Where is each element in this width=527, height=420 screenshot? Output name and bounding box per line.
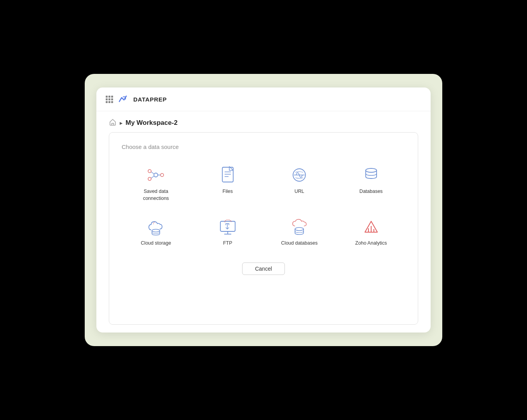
- svg-point-4: [148, 177, 151, 180]
- svg-point-15: [366, 168, 377, 172]
- svg-point-5: [161, 173, 164, 177]
- source-item-cloud-storage[interactable]: Cloud storage: [122, 213, 190, 252]
- source-item-databases[interactable]: Databases: [337, 161, 406, 206]
- saved-data-connections-label: Saved dataconnections: [143, 188, 169, 202]
- cloud-databases-label: Cloud databases: [281, 240, 318, 247]
- source-item-zoho-analytics[interactable]: Zoho Analytics: [337, 213, 406, 252]
- svg-point-2: [154, 173, 158, 177]
- sources-grid: Saved dataconnections: [122, 161, 405, 252]
- url-icon: [289, 166, 309, 184]
- source-item-saved-data-connections[interactable]: Saved dataconnections: [122, 161, 190, 206]
- svg-rect-9: [222, 167, 233, 182]
- url-label: URL: [295, 188, 304, 195]
- panel-title: Choose a data source: [122, 144, 405, 150]
- svg-line-6: [151, 172, 154, 174]
- source-item-ftp[interactable]: FTP: [194, 213, 262, 252]
- inner-card: DATAPREP ▸ My Workspace-2 Choose a data …: [96, 88, 431, 332]
- breadcrumb-workspace: My Workspace-2: [126, 119, 178, 127]
- cloud-storage-label: Cloud storage: [141, 240, 171, 247]
- content-area: Choose a data source: [96, 132, 431, 332]
- files-label: Files: [223, 188, 233, 195]
- breadcrumb: ▸ My Workspace-2: [96, 111, 431, 132]
- svg-point-21: [295, 228, 304, 231]
- source-item-files[interactable]: Files: [194, 161, 262, 206]
- files-icon: [218, 166, 238, 184]
- source-item-url[interactable]: URL: [265, 161, 334, 206]
- svg-point-3: [148, 170, 151, 173]
- datasource-panel: Choose a data source: [109, 132, 418, 325]
- svg-point-16: [152, 229, 160, 232]
- breadcrumb-chevron: ▸: [120, 120, 122, 126]
- source-item-cloud-databases[interactable]: Cloud databases: [265, 213, 334, 252]
- saved-data-connections-icon: [146, 166, 166, 184]
- outer-card: DATAPREP ▸ My Workspace-2 Choose a data …: [85, 74, 442, 346]
- top-bar: DATAPREP: [96, 88, 431, 111]
- app-title: DATAPREP: [133, 96, 167, 103]
- ftp-label: FTP: [223, 240, 232, 247]
- databases-icon: [361, 166, 381, 184]
- zoho-analytics-label: Zoho Analytics: [355, 240, 387, 247]
- databases-label: Databases: [359, 188, 383, 195]
- cloud-storage-icon: [146, 217, 166, 236]
- cloud-databases-icon: [289, 217, 309, 236]
- home-icon[interactable]: [109, 118, 117, 128]
- logo-icon: [118, 94, 129, 105]
- zoho-analytics-icon: [361, 217, 381, 236]
- cancel-row: Cancel: [122, 259, 405, 275]
- cancel-button[interactable]: Cancel: [242, 262, 285, 275]
- svg-rect-17: [220, 221, 235, 231]
- grid-icon[interactable]: [106, 96, 113, 103]
- svg-line-7: [151, 176, 154, 178]
- ftp-icon: [218, 217, 238, 236]
